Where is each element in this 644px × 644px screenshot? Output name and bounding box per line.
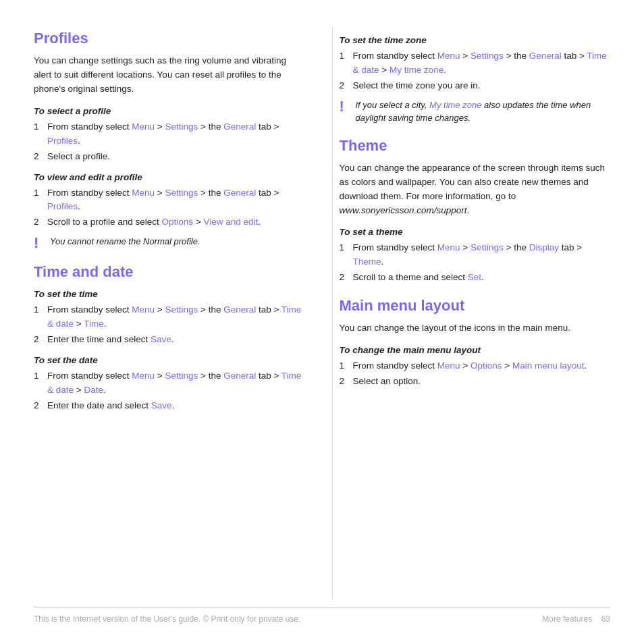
set-time-steps: 1 From standby select Menu > Settings > … bbox=[34, 303, 305, 347]
note-text: If you select a city, My time zone also … bbox=[356, 99, 611, 125]
step-text: From standby select Menu > Settings > th… bbox=[353, 49, 611, 78]
step-item: 1 From standby select Menu > Settings > … bbox=[340, 49, 611, 78]
step-text: From standby select Menu > Settings > th… bbox=[353, 241, 611, 269]
timezone-note: ! If you select a city, My time zone als… bbox=[340, 99, 611, 125]
step-num: 2 bbox=[34, 333, 45, 347]
step-item: 2 Scroll to a profile and select Options… bbox=[34, 215, 305, 230]
step-num: 2 bbox=[34, 150, 45, 164]
set-date-subsection: To set the date 1 From standby select Me… bbox=[34, 355, 305, 413]
theme-body-text: You can change the appearance of the scr… bbox=[340, 163, 606, 215]
time-date-section: Time and date To set the time 1 From sta… bbox=[34, 263, 305, 413]
step-item: 1 From standby select Menu > Settings > … bbox=[34, 369, 305, 398]
step-text: Enter the date and select Save. bbox=[47, 399, 174, 413]
profiles-section: Profiles You can change settings such as… bbox=[34, 30, 305, 251]
main-menu-layout-body-text: You can change the layout of the icons i… bbox=[340, 323, 570, 333]
general-link: General bbox=[223, 371, 256, 381]
step-item: 1 From standby select Menu > Settings > … bbox=[34, 120, 305, 149]
step-text: Scroll to a theme and select Set. bbox=[353, 271, 484, 285]
menu-link: Menu bbox=[437, 360, 460, 371]
right-column: To set the time zone 1 From standby sele… bbox=[332, 27, 611, 600]
main-menu-layout-title: Main menu layout bbox=[340, 297, 611, 315]
my-timezone-link: My time zone bbox=[390, 65, 444, 75]
profiles-body-text: You can change settings such as the ring… bbox=[34, 55, 286, 94]
general-link: General bbox=[529, 51, 562, 61]
step-num: 2 bbox=[340, 79, 350, 93]
menu-link: Menu bbox=[437, 51, 460, 61]
step-num: 2 bbox=[34, 215, 45, 230]
display-link: Display bbox=[529, 242, 559, 252]
step-num: 2 bbox=[34, 399, 45, 413]
settings-link: Settings bbox=[471, 51, 504, 61]
profiles-body: You can change settings such as the ring… bbox=[34, 54, 305, 97]
save-link: Save bbox=[151, 400, 172, 410]
footer-page-info: More features 63 bbox=[542, 614, 610, 624]
step-text: Scroll to a profile and select Options >… bbox=[47, 215, 261, 230]
time-date-title: Time and date bbox=[34, 263, 305, 281]
change-main-menu-steps: 1 From standby select Menu > Options > M… bbox=[340, 359, 611, 389]
set-date-title: To set the date bbox=[34, 355, 305, 365]
view-edit-profile-title: To view and edit a profile bbox=[34, 172, 305, 182]
view-edit-profile-steps: 1 From standby select Menu > Settings > … bbox=[34, 186, 305, 230]
footer-page-number: 63 bbox=[601, 614, 610, 624]
set-timezone-steps: 1 From standby select Menu > Settings > … bbox=[340, 49, 611, 93]
theme-link: Theme bbox=[353, 257, 381, 267]
set-theme-subsection: To set a theme 1 From standby select Men… bbox=[340, 227, 611, 285]
step-item: 2 Enter the date and select Save. bbox=[34, 399, 305, 413]
settings-link: Settings bbox=[471, 242, 504, 252]
step-text: From standby select Menu > Settings > th… bbox=[47, 120, 305, 149]
step-item: 1 From standby select Menu > Settings > … bbox=[34, 186, 305, 215]
my-timezone-note-link: My time zone bbox=[429, 100, 481, 110]
set-time-subsection: To set the time 1 From standby select Me… bbox=[34, 289, 305, 347]
settings-link: Settings bbox=[165, 188, 198, 198]
footer-disclaimer: This is the Internet version of the User… bbox=[34, 614, 300, 624]
note-icon: ! bbox=[340, 99, 350, 115]
theme-section: Theme You can change the appearance of t… bbox=[340, 137, 611, 285]
step-text: Select the time zone you are in. bbox=[353, 79, 481, 93]
set-theme-steps: 1 From standby select Menu > Settings > … bbox=[340, 241, 611, 285]
settings-link: Settings bbox=[165, 122, 198, 132]
note-icon: ! bbox=[34, 235, 45, 251]
step-text: Enter the time and select Save. bbox=[47, 333, 174, 347]
step-item: 2 Select an option. bbox=[340, 375, 611, 389]
general-link: General bbox=[223, 188, 256, 198]
settings-link: Settings bbox=[165, 304, 198, 315]
step-item: 1 From standby select Menu > Settings > … bbox=[34, 303, 305, 331]
step-num: 2 bbox=[340, 375, 350, 389]
options-link: Options bbox=[162, 217, 194, 227]
main-menu-layout-link: Main menu layout bbox=[512, 360, 585, 371]
profiles-title: Profiles bbox=[34, 30, 305, 47]
settings-link: Settings bbox=[165, 371, 198, 381]
step-text: From standby select Menu > Settings > th… bbox=[47, 369, 305, 398]
step-item: 1 From standby select Menu > Options > M… bbox=[340, 359, 611, 373]
step-text: From standby select Menu > Settings > th… bbox=[47, 186, 305, 215]
time-link: Time bbox=[84, 319, 104, 329]
select-profile-title: To select a profile bbox=[34, 106, 305, 116]
general-link: General bbox=[223, 304, 256, 315]
select-profile-subsection: To select a profile 1 From standby selec… bbox=[34, 106, 305, 164]
profiles-link: Profiles bbox=[47, 201, 78, 211]
menu-link: Menu bbox=[132, 188, 155, 198]
menu-link: Menu bbox=[132, 304, 155, 315]
step-text: From standby select Menu > Settings > th… bbox=[47, 303, 305, 331]
step-item: 2 Scroll to a theme and select Set. bbox=[340, 271, 611, 285]
main-menu-layout-body: You can change the layout of the icons i… bbox=[340, 321, 611, 336]
view-edit-link: View and edit bbox=[204, 217, 259, 227]
step-num: 1 bbox=[340, 241, 350, 255]
step-num: 1 bbox=[34, 369, 45, 383]
main-menu-layout-section: Main menu layout You can change the layo… bbox=[340, 297, 611, 389]
set-date-steps: 1 From standby select Menu > Settings > … bbox=[34, 369, 305, 413]
menu-link: Menu bbox=[437, 242, 460, 252]
step-num: 1 bbox=[340, 359, 350, 373]
profiles-link: Profiles bbox=[47, 136, 78, 146]
footer-section: More features bbox=[542, 614, 592, 624]
step-item: 2 Select the time zone you are in. bbox=[340, 79, 611, 93]
step-num: 1 bbox=[34, 303, 45, 317]
theme-body: You can change the appearance of the scr… bbox=[340, 161, 611, 218]
main-columns: Profiles You can change settings such as… bbox=[34, 27, 610, 600]
profile-note: ! You cannot rename the Normal profile. bbox=[34, 235, 305, 251]
set-theme-title: To set a theme bbox=[340, 227, 611, 237]
theme-title: Theme bbox=[340, 137, 611, 155]
page: Profiles You can change settings such as… bbox=[0, 0, 644, 644]
select-profile-steps: 1 From standby select Menu > Settings > … bbox=[34, 120, 305, 164]
date-link: Date bbox=[84, 385, 103, 395]
